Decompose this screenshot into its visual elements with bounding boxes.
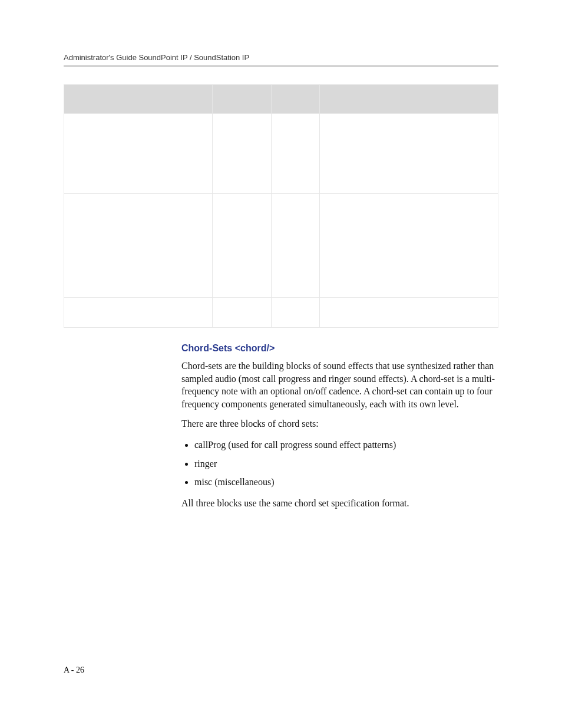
table-cell [320,194,498,298]
table-cell [64,298,213,328]
list-item: callProg (used for call progress sound e… [194,437,498,453]
table-cell [213,194,272,298]
parameter-table [64,84,498,328]
table-cell [272,298,320,328]
table-header-cell [272,85,320,114]
list-item: ringer [194,456,498,472]
paragraph: Chord-sets are the building blocks of so… [181,360,498,410]
table-cell [213,114,272,194]
table-row [64,194,498,298]
table-cell [64,114,213,194]
list-item: misc (miscellaneous) [194,475,498,490]
running-head: Administrator's Guide SoundPoint IP / So… [64,53,498,62]
paragraph: There are three blocks of chord sets: [181,417,498,430]
bullet-list: callProg (used for call progress sound e… [181,437,498,490]
table-cell [320,298,498,328]
page: Administrator's Guide SoundPoint IP / So… [0,0,562,728]
table-header-row [64,85,498,114]
table-header-cell [64,85,213,114]
page-number: A - 26 [64,666,84,675]
table-cell [320,114,498,194]
table-header-cell [213,85,272,114]
table-cell [272,114,320,194]
table-cell [213,298,272,328]
paragraph: All three blocks use the same chord set … [181,497,498,510]
section-title: Chord-Sets <chord/> [181,343,498,354]
table-cell [64,194,213,298]
table-row [64,298,498,328]
table-header-cell [320,85,498,114]
body-content: Chord-Sets <chord/> Chord-sets are the b… [181,343,498,509]
table-row [64,114,498,194]
header-rule [64,65,498,67]
table-cell [272,194,320,298]
